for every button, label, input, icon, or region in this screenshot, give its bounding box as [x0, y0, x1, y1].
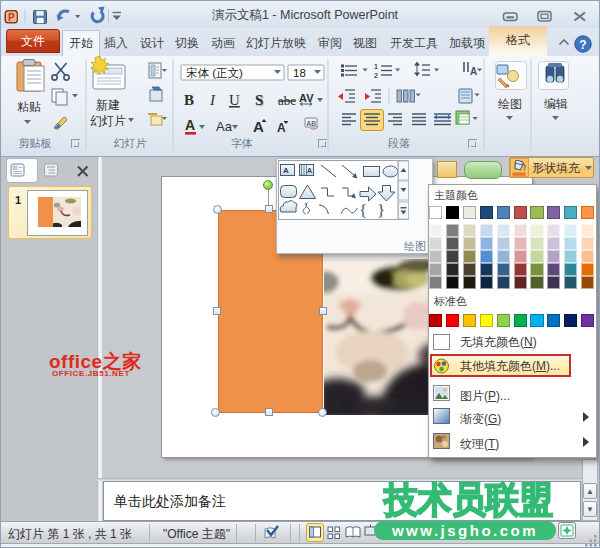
- svg-text:A: A: [185, 117, 195, 133]
- svg-text:新建: 新建: [96, 98, 120, 112]
- svg-text:?: ?: [579, 38, 586, 52]
- svg-text:AV: AV: [299, 92, 314, 104]
- svg-text:1: 1: [374, 63, 378, 70]
- svg-text:幻灯片: 幻灯片: [114, 137, 147, 149]
- svg-text:段落: 段落: [388, 137, 410, 149]
- svg-text:剪贴板: 剪贴板: [19, 137, 52, 149]
- svg-text:A: A: [253, 118, 264, 135]
- svg-text:幻灯片: 幻灯片: [90, 114, 126, 128]
- svg-text:编辑: 编辑: [544, 97, 568, 111]
- svg-text:A: A: [307, 167, 312, 174]
- svg-text:2: 2: [374, 72, 378, 79]
- svg-text:I: I: [209, 92, 216, 108]
- svg-text:B: B: [184, 92, 194, 108]
- svg-text:演示文稿1 - Microsoft PowerPoint: 演示文稿1 - Microsoft PowerPoint: [212, 8, 399, 22]
- svg-text:{: {: [359, 201, 367, 220]
- svg-text:S: S: [255, 92, 263, 108]
- svg-text:A: A: [277, 121, 286, 135]
- svg-text:}: }: [377, 201, 385, 220]
- svg-text:18: 18: [293, 67, 306, 79]
- svg-text:A: A: [283, 166, 289, 175]
- svg-text:AB: AB: [307, 120, 317, 127]
- svg-text:字体: 字体: [231, 137, 253, 149]
- svg-text:Aa: Aa: [216, 119, 233, 134]
- svg-text:形状填充: 形状填充: [532, 161, 580, 175]
- svg-text:粘贴: 粘贴: [17, 100, 41, 114]
- svg-text:P: P: [8, 12, 15, 23]
- svg-text:U: U: [229, 92, 240, 108]
- svg-text:A: A: [470, 66, 477, 77]
- svg-text:abc: abc: [278, 93, 296, 108]
- svg-text:宋体 (正文): 宋体 (正文): [186, 67, 243, 79]
- svg-text:绘图: 绘图: [498, 97, 522, 111]
